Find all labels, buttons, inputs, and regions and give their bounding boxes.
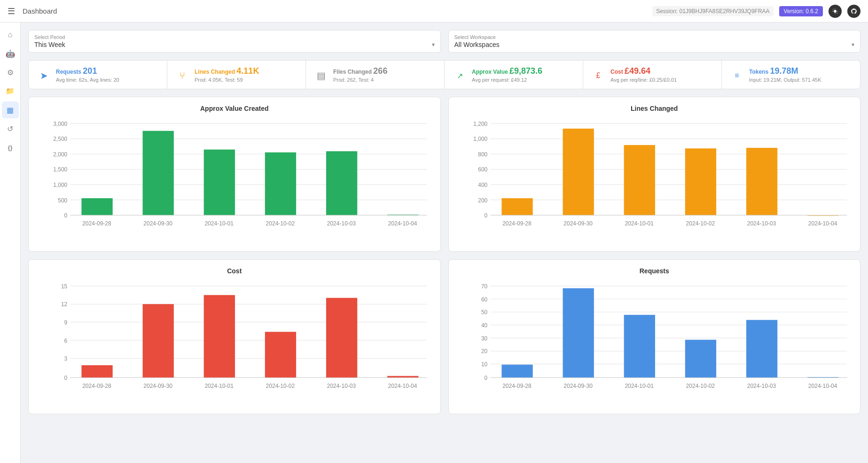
stat-lines-changed: ⑂ Lines Changed 4.11K Prod: 4.05K, Test:… bbox=[167, 61, 306, 89]
header-left: ☰ Dashboard bbox=[8, 6, 57, 16]
requests-svg: 70 60 50 40 30 20 10 0 bbox=[456, 280, 853, 405]
sidebar-item-history[interactable]: ↺ bbox=[2, 120, 19, 137]
cost-chart-title: Cost bbox=[36, 267, 433, 275]
svg-text:2024-10-04: 2024-10-04 bbox=[388, 220, 417, 227]
cost-content: Cost £49.64 Avg per req/line: £0.25/£0.0… bbox=[610, 66, 714, 83]
github-icon[interactable] bbox=[847, 5, 860, 18]
svg-text:500: 500 bbox=[58, 197, 67, 204]
stat-cost: £ Cost £49.64 Avg per req/line: £0.25/£0… bbox=[583, 61, 722, 89]
svg-text:2024-09-30: 2024-09-30 bbox=[563, 220, 593, 227]
period-value: This Week ▾ bbox=[34, 41, 435, 48]
svg-text:0: 0 bbox=[64, 212, 68, 219]
session-id: Session: 01J9BHJ9FA8SE2RHV39JQ9FRAA bbox=[652, 6, 773, 16]
stat-approx-value: ↗ Approx Value £9,873.6 Avg per request:… bbox=[445, 61, 583, 89]
svg-text:600: 600 bbox=[478, 166, 487, 173]
svg-text:2024-09-28: 2024-09-28 bbox=[502, 383, 532, 389]
bar-req-10-01 bbox=[624, 315, 655, 378]
bar-lines-10-01 bbox=[624, 145, 655, 215]
approx-value-content: Approx Value £9,873.6 Avg per request: £… bbox=[472, 66, 575, 83]
bar-req-09-28 bbox=[501, 365, 532, 378]
bar-cost-10-03 bbox=[326, 298, 357, 378]
svg-text:3,000: 3,000 bbox=[53, 121, 67, 127]
bar-cost-09-28 bbox=[81, 365, 112, 378]
svg-text:2024-10-01: 2024-10-01 bbox=[625, 220, 654, 227]
bar-approx-10-02 bbox=[265, 153, 296, 216]
stat-files-changed: ▤ Files Changed 266 Prod: 262, Test: 4 bbox=[306, 61, 445, 89]
svg-text:15: 15 bbox=[61, 283, 68, 290]
requests-value: 201 bbox=[83, 66, 97, 76]
bar-approx-09-30 bbox=[143, 131, 174, 216]
svg-text:2024-10-03: 2024-10-03 bbox=[747, 220, 776, 227]
svg-text:0: 0 bbox=[64, 375, 68, 381]
hamburger-icon[interactable]: ☰ bbox=[8, 6, 15, 16]
approx-value-header: Approx Value £9,873.6 bbox=[472, 66, 575, 76]
files-changed-icon: ▤ bbox=[313, 68, 328, 83]
svg-text:2024-10-03: 2024-10-03 bbox=[327, 220, 356, 227]
bar-approx-09-28 bbox=[81, 198, 112, 215]
period-select[interactable]: Select Period This Week ▾ bbox=[28, 30, 441, 53]
requests-chart-title: Requests bbox=[456, 267, 853, 275]
workspace-arrow: ▾ bbox=[852, 41, 854, 48]
svg-text:20: 20 bbox=[481, 348, 487, 355]
svg-text:2024-09-28: 2024-09-28 bbox=[82, 220, 111, 227]
requests-header: Requests 201 bbox=[56, 66, 159, 76]
files-changed-header: Files Changed 266 bbox=[333, 66, 437, 76]
sidebar-item-robot[interactable]: 🤖 bbox=[2, 45, 19, 62]
sidebar-item-dashboard[interactable]: ▦ bbox=[2, 101, 19, 118]
svg-text:2024-10-03: 2024-10-03 bbox=[327, 383, 356, 389]
approx-value-icon: ↗ bbox=[452, 68, 467, 83]
sidebar-item-folder[interactable]: 📁 bbox=[2, 83, 19, 100]
bar-req-10-02 bbox=[685, 340, 716, 378]
svg-text:2024-10-01: 2024-10-01 bbox=[204, 383, 234, 389]
bar-approx-10-01 bbox=[204, 149, 235, 215]
header-right: Session: 01J9BHJ9FA8SE2RHV39JQ9FRAA Vers… bbox=[652, 5, 860, 18]
svg-text:1,000: 1,000 bbox=[53, 182, 67, 188]
files-changed-content: Files Changed 266 Prod: 262, Test: 4 bbox=[333, 66, 437, 83]
bar-req-09-30 bbox=[563, 288, 594, 378]
tokens-header: Tokens 19.78M bbox=[749, 66, 852, 76]
tokens-subtitle: Input: 19.21M, Output: 571.45K bbox=[749, 77, 852, 83]
bar-lines-10-03 bbox=[746, 148, 777, 215]
stat-requests: ➤ Requests 201 Avg time: 62s, Avg lines:… bbox=[29, 61, 167, 89]
bar-lines-10-02 bbox=[685, 148, 716, 215]
cost-chart-container: 15 12 9 6 3 0 bbox=[36, 280, 433, 406]
svg-text:70: 70 bbox=[481, 283, 487, 290]
sidebar-item-home[interactable]: ⌂ bbox=[2, 26, 19, 43]
cost-subtitle: Avg per req/line: £0.25/£0.01 bbox=[610, 77, 714, 83]
version-badge[interactable]: Version: 0.6.2 bbox=[779, 6, 823, 16]
requests-chart-container: 70 60 50 40 30 20 10 0 bbox=[456, 280, 853, 406]
svg-text:2024-10-01: 2024-10-01 bbox=[625, 383, 654, 389]
workspace-select[interactable]: Select Workspace All Workspaces ▾ bbox=[448, 30, 861, 53]
svg-text:50: 50 bbox=[481, 309, 487, 316]
stats-row: ➤ Requests 201 Avg time: 62s, Avg lines:… bbox=[28, 60, 860, 89]
svg-line-3 bbox=[833, 9, 833, 9]
period-arrow: ▾ bbox=[432, 41, 435, 48]
files-changed-subtitle: Prod: 262, Test: 4 bbox=[333, 77, 437, 83]
svg-text:2024-09-30: 2024-09-30 bbox=[143, 220, 172, 227]
lines-changed-value: 4.11K bbox=[236, 66, 259, 76]
svg-text:0: 0 bbox=[484, 212, 487, 219]
svg-text:1,500: 1,500 bbox=[53, 166, 67, 173]
requests-content: Requests 201 Avg time: 62s, Avg lines: 2… bbox=[56, 66, 159, 83]
svg-text:1,000: 1,000 bbox=[473, 136, 487, 142]
svg-text:400: 400 bbox=[478, 182, 487, 188]
svg-text:9: 9 bbox=[64, 319, 68, 326]
svg-text:12: 12 bbox=[61, 301, 68, 308]
charts-grid: Approx Value Created 3,000 2,500 2,000 1… bbox=[28, 97, 860, 414]
svg-text:30: 30 bbox=[481, 335, 487, 342]
sidebar-item-code[interactable]: {} bbox=[2, 139, 19, 156]
filter-row: Select Period This Week ▾ Select Workspa… bbox=[28, 30, 860, 53]
svg-text:10: 10 bbox=[481, 361, 487, 368]
approx-value-subtitle: Avg per request: £49.12 bbox=[472, 77, 575, 83]
svg-text:2024-09-28: 2024-09-28 bbox=[502, 220, 532, 227]
approx-value-value: £9,873.6 bbox=[509, 66, 542, 76]
theme-toggle[interactable] bbox=[829, 5, 842, 18]
tokens-icon: ≡ bbox=[729, 68, 744, 83]
bar-lines-09-28 bbox=[501, 198, 532, 215]
lines-changed-content: Lines Changed 4.11K Prod: 4.05K, Test: 5… bbox=[195, 66, 298, 83]
lines-changed-header: Lines Changed 4.11K bbox=[195, 66, 298, 76]
sidebar-item-gear[interactable]: ⚙ bbox=[2, 64, 19, 81]
tokens-value: 19.78M bbox=[770, 66, 798, 76]
requests-chart: Requests 70 60 50 40 30 2 bbox=[448, 259, 861, 414]
svg-text:2024-10-04: 2024-10-04 bbox=[808, 383, 837, 389]
